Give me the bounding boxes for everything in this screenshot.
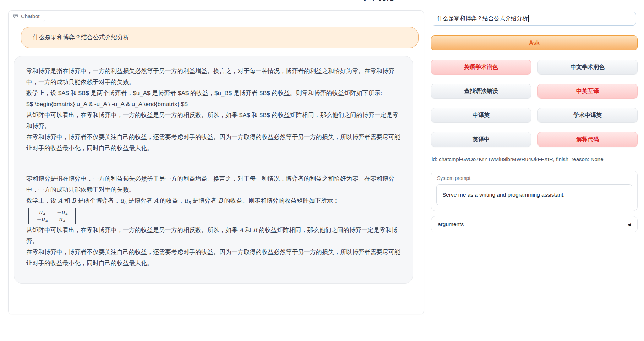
bot-raw-paragraph-4: 从矩阵中可以看出，在零和博弈中，一方的收益是另一方的相反数。所以，如果 $A$ … (26, 110, 400, 132)
matrix-right-bracket (73, 208, 76, 224)
text-run: 从矩阵中可以看出，在零和博弈中，一方的收益是另一方的相反数。所以，如果 (26, 227, 239, 233)
accordion-collapsed-arrow-icon: ◀ (627, 222, 631, 227)
bot-rendered-paragraph-4: 从矩阵中可以看出，在零和博弈中，一方的收益是另一方的相反数。所以，如果 A 和 … (26, 225, 400, 247)
math-var: A (239, 227, 244, 233)
matrix-cell: uA (56, 216, 67, 223)
bot-rendered-paragraph-5: 在零和博弈中，博弈者不仅要关注自己的收益，还需要考虑对手的收益。因为一方取得的收… (26, 247, 400, 269)
function-button-4[interactable]: 中英互译 (537, 84, 638, 99)
function-button-3[interactable]: 查找语法错误 (431, 84, 531, 99)
chat-bubble-icon (13, 13, 18, 19)
chatbot-panel-label: Chatbot (9, 11, 45, 22)
clipped-page-title: ChatGPT 学术优化 (312, 0, 405, 3)
bot-raw-paragraph-5: 在零和博弈中，博弈者不仅要关注自己的收益，还需要考虑对手的收益。因为一方取得的收… (26, 132, 400, 154)
math-subscript: A (124, 200, 127, 205)
matrix-left-bracket (28, 208, 31, 224)
matrix-cell: uA (36, 209, 48, 216)
text-run: 和 (62, 197, 72, 204)
bot-message-bubble: 零和博弈是指在博弈中，一方的利益损失必然等于另一方的利益增益。换言之，对于每一种… (14, 56, 413, 284)
accordion-label: arguments (438, 221, 464, 227)
app-root: ChatGPT 学术优化 Chatbot 什么是零和博弈？结合公式介绍分析 零和… (0, 0, 644, 341)
function-button-2[interactable]: 中文学术润色 (537, 60, 638, 75)
text-run: 数学上，设 (26, 197, 58, 204)
bot-rendered-paragraph-1: 零和博弈是指在博弈中，一方的利益损失必然等于另一方的利益增益。换言之，对于每一种… (26, 173, 400, 195)
function-button-6[interactable]: 学术中译英 (537, 108, 638, 123)
text-run: 是博弈者 (191, 197, 218, 204)
function-button-1[interactable]: 英语学术润色 (431, 60, 531, 75)
chatbot-panel: Chatbot 什么是零和博弈？结合公式介绍分析 零和博弈是指在博弈中，一方的利… (8, 10, 424, 314)
text-run: 是两个博弈者， (76, 197, 120, 204)
question-input[interactable]: 什么是零和博弈？结合公式介绍分析 (432, 12, 636, 26)
text-run: 的收益， (158, 197, 184, 204)
page-title: ChatGPT 学术优化 (312, 0, 405, 3)
system-prompt-group: System prompt Serve me as a writing and … (431, 171, 638, 211)
system-prompt-value: Serve me as a writing and programming as… (442, 192, 565, 198)
math-var: B (72, 197, 76, 204)
text-caret (528, 15, 529, 22)
paragraph-gap (26, 154, 400, 173)
function-button-7[interactable]: 英译中 (431, 132, 531, 147)
function-button-grid: 英语学术润色中文学术润色查找语法错误中英互译中译英学术中译英英译中解释代码 (431, 60, 638, 147)
math-var: u (184, 197, 188, 204)
status-line: id: chatcmpl-6wOo7KrYTwMl89lbrMWRu4UkFFX… (432, 156, 604, 162)
function-button-8[interactable]: 解释代码 (537, 132, 638, 147)
question-input-value: 什么是零和博弈？结合公式介绍分析 (437, 15, 528, 22)
math-var: B (218, 197, 223, 204)
bot-raw-latex-line: $$ \begin{bmatrix} u_A & -u_A \ -u_A & u… (26, 99, 400, 110)
math-var: A (58, 197, 62, 204)
math-var: A (154, 197, 158, 204)
system-prompt-label: System prompt (437, 175, 632, 181)
math-var: B (253, 227, 257, 233)
text-run: 是博弈者 (127, 197, 154, 204)
text-run: 的收益。则零和博弈的收益矩阵如下所示： (223, 197, 339, 204)
math-var: u (120, 197, 124, 204)
ask-button[interactable]: Ask (431, 35, 638, 50)
user-message-bubble: 什么是零和博弈？结合公式介绍分析 (21, 27, 419, 48)
chatbot-label-text: Chatbot (21, 13, 40, 19)
function-button-5[interactable]: 中译英 (431, 108, 531, 123)
payoff-matrix: uA −uA −uA uA (28, 208, 76, 224)
matrix-cell: −uA (56, 209, 67, 216)
bot-raw-paragraph-1: 零和博弈是指在博弈中，一方的利益损失必然等于另一方的利益增益。换言之，对于每一种… (26, 66, 400, 88)
bot-raw-paragraph-2: 数学上，设 $A$ 和 $B$ 是两个博弈者，$u_A$ 是博弈者 $A$ 的收… (26, 88, 400, 99)
arguments-accordion[interactable]: arguments ◀ (431, 216, 638, 232)
user-message-text: 什么是零和博弈？结合公式介绍分析 (33, 33, 129, 42)
bot-rendered-math-line: 数学上，设 A 和 B 是两个博弈者，uA 是博弈者 A 的收益，uB 是博弈者… (26, 195, 400, 206)
text-run: 和 (244, 227, 253, 233)
matrix-cell: −uA (36, 216, 48, 223)
system-prompt-input[interactable]: Serve me as a writing and programming as… (436, 184, 632, 205)
